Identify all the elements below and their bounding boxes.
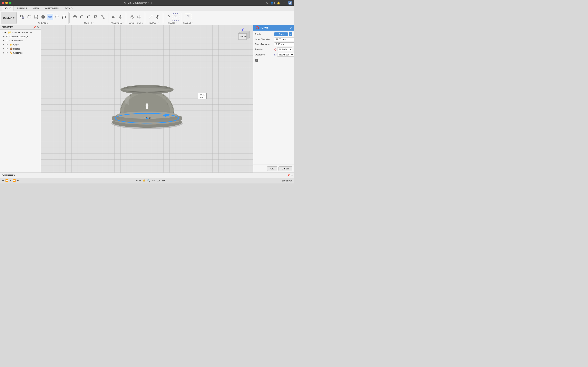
design-button[interactable]: DESIGN ▾	[1, 12, 17, 24]
profile-value: ↖ Plane ×	[274, 32, 292, 36]
close-window-button[interactable]	[2, 2, 4, 4]
fillet-icon[interactable]	[79, 14, 85, 20]
move-copy-icon[interactable]	[117, 14, 124, 20]
orbit-icon[interactable]: ✋	[143, 179, 146, 182]
doc-settings-chevron: ▶	[2, 35, 5, 38]
user-avatar[interactable]: SP	[288, 1, 292, 5]
update-icon[interactable]: ↻	[265, 1, 269, 5]
tree-item-named-views[interactable]: ▶ 🗂 Named Views	[0, 39, 41, 43]
help-icon[interactable]: ?	[282, 1, 286, 5]
tree-item-root[interactable]: ▼ 👁 📁 Mini Cauldron v4 ⏺	[0, 30, 41, 34]
cylinder-icon[interactable]	[33, 14, 39, 20]
snap-icon[interactable]: ⊕	[136, 179, 138, 182]
press-pull-icon[interactable]	[72, 14, 78, 20]
operation-label: Operation	[255, 53, 273, 56]
modify-icons	[72, 12, 106, 22]
playback-play-icon[interactable]: ▶	[9, 179, 11, 182]
torus-icon[interactable]	[47, 14, 53, 20]
joint-icon[interactable]	[111, 14, 117, 20]
measure-icon[interactable]	[147, 14, 154, 20]
tab-mesh[interactable]: MESH	[30, 6, 42, 10]
svg-rect-2	[28, 16, 30, 18]
svg-point-19	[112, 16, 114, 17]
zoom-icon[interactable]: 🔍	[147, 179, 150, 182]
cancel-button[interactable]: Cancel	[278, 166, 292, 171]
torus-footer: OK Cancel	[253, 165, 294, 173]
operation-select[interactable]: New Body	[277, 53, 294, 57]
tab-surface[interactable]: SURFACE	[14, 6, 30, 10]
playback-next-icon[interactable]: ⏩	[13, 179, 16, 182]
ok-button[interactable]: OK	[267, 166, 277, 171]
tree-item-origin[interactable]: ▶ 👁 📂 Origin	[0, 43, 41, 47]
torus-expand-icon[interactable]: ▷	[290, 26, 292, 29]
maximize-window-button[interactable]	[9, 2, 11, 4]
root-record-icon[interactable]: ⏺	[30, 31, 32, 34]
insert-label[interactable]: INSERT ▾	[168, 22, 177, 24]
ribbon-tabs: SOLID SURFACE MESH SHEET METAL TOOLS	[0, 6, 294, 11]
sphere-icon[interactable]	[40, 14, 46, 20]
playback-prev-icon[interactable]: ⏪	[5, 179, 8, 182]
modify-label[interactable]: MODIFY ▾	[84, 22, 94, 24]
minimize-window-button[interactable]	[5, 2, 8, 4]
insert-group: INSERT ▾	[164, 12, 180, 24]
info-icon[interactable]: i	[255, 59, 258, 62]
select-icon[interactable]	[185, 14, 191, 20]
close-tab-icon[interactable]: ×	[148, 2, 149, 4]
svg-point-10	[42, 16, 45, 17]
browser-expand-icon[interactable]: ▷	[37, 26, 39, 29]
comments-pin-icon[interactable]: 📌	[287, 174, 290, 176]
profile-plane-button[interactable]: ↖ Plane	[274, 33, 288, 36]
bodies-chevron: ▶	[2, 48, 5, 50]
origin-visible-icon[interactable]: 👁	[6, 43, 9, 46]
tab-tools[interactable]: TOOLS	[62, 6, 75, 10]
profile-clear-button[interactable]: ×	[289, 32, 292, 36]
insert-svg-icon[interactable]	[172, 14, 179, 20]
viewport[interactable]: 57.00 57.00 mm ⋮	[41, 25, 253, 173]
pipe-icon[interactable]	[61, 14, 67, 20]
midplane-icon[interactable]	[136, 14, 143, 20]
add-tab-icon[interactable]: +	[151, 1, 152, 4]
tab-solid[interactable]: SOLID	[2, 6, 14, 11]
sketches-visible-icon[interactable]: 👁	[6, 51, 9, 54]
user-count-icon[interactable]: 👤 1	[271, 1, 275, 5]
bodies-visible-icon[interactable]: 👁	[6, 47, 9, 50]
view-cube[interactable]: Z FRONT	[234, 27, 251, 44]
browser-pin-icon[interactable]: 📌	[33, 26, 36, 29]
display-options-icon[interactable]: ⬜▾	[156, 179, 160, 182]
new-component-icon[interactable]	[19, 14, 26, 20]
select-label[interactable]: SELECT ▾	[183, 22, 193, 24]
tab-sheet-metal[interactable]: SHEET METAL	[42, 6, 62, 10]
playback-end-icon[interactable]: ⏭	[17, 179, 19, 182]
scale-icon[interactable]	[99, 14, 106, 20]
assemble-label[interactable]: ASSEMBLE ▾	[111, 22, 123, 24]
box-icon[interactable]	[26, 14, 33, 20]
notification-icon[interactable]: 🔔	[277, 1, 281, 5]
offset-plane-icon[interactable]	[129, 14, 136, 20]
root-visible-icon[interactable]: 👁	[4, 31, 7, 34]
coil-icon[interactable]	[54, 14, 60, 20]
tree-item-doc-settings[interactable]: ▶ ⚙ Document Settings	[0, 34, 41, 39]
comments-expand-icon[interactable]: ▷	[291, 174, 292, 176]
shell-icon[interactable]	[93, 14, 99, 20]
panel-options-icon[interactable]: ⊞▾	[162, 179, 165, 182]
view-options-icon[interactable]: ⊙▾	[152, 179, 155, 182]
root-chevron: ▼	[1, 31, 3, 34]
torus-diameter-input[interactable]	[274, 42, 294, 46]
bodies-icon: 📦	[9, 47, 13, 50]
info-row: i	[255, 58, 292, 63]
inner-diameter-input[interactable]	[274, 38, 294, 41]
zebra-analysis-icon[interactable]	[154, 14, 161, 20]
tree-item-sketches[interactable]: ▶ 👁 ✏️ Sketches	[0, 51, 41, 55]
grid-icon[interactable]: ⊞	[139, 179, 141, 182]
position-select[interactable]: Outside	[277, 47, 292, 51]
playback-start-icon[interactable]: ⏮	[2, 179, 4, 182]
insert-mesh-icon[interactable]	[165, 14, 172, 20]
browser-tree: ▼ 👁 📁 Mini Cauldron v4 ⏺ ▶ ⚙ Document Se…	[0, 30, 41, 173]
create-label[interactable]: CREATE ▾	[38, 22, 48, 24]
profile-row: Profile ↖ Plane ×	[255, 32, 292, 36]
inspect-label[interactable]: INSPECT ▾	[149, 22, 159, 24]
tree-item-bodies[interactable]: ▶ 👁 📦 Bodies	[0, 47, 41, 51]
construct-label[interactable]: CONSTRUCT ▾	[129, 22, 143, 24]
svg-rect-47	[146, 106, 148, 109]
chamfer-icon[interactable]	[86, 14, 92, 20]
